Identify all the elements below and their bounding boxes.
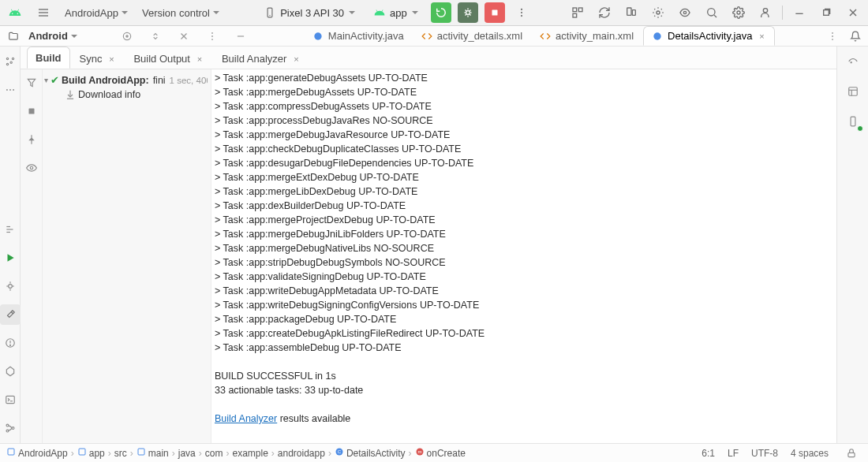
build-analyzer-link[interactable]: Build Analyzer	[215, 413, 277, 424]
stop-button[interactable]	[485, 2, 505, 23]
device-selector[interactable]: Pixel 3 API 30	[258, 5, 361, 21]
svg-rect-78	[138, 449, 144, 455]
close-tab-icon[interactable]: ×	[107, 54, 116, 64]
breadcrumb-segment[interactable]: java	[178, 448, 196, 459]
main-menu-icon[interactable]	[33, 2, 54, 23]
breadcrumb-segment[interactable]: androidapp	[278, 448, 325, 459]
more-actions-icon[interactable]	[511, 2, 532, 23]
filter-icon[interactable]	[21, 73, 42, 93]
run-tool-icon[interactable]	[0, 248, 21, 268]
line-separator[interactable]: LF	[728, 448, 739, 459]
breadcrumb-segment[interactable]: example	[232, 448, 268, 459]
pin-icon[interactable]	[21, 129, 42, 150]
output-line	[215, 397, 836, 412]
app-quality-icon[interactable]	[675, 2, 695, 23]
readonly-lock-icon[interactable]	[841, 443, 862, 463]
notifications-icon[interactable]	[845, 26, 866, 47]
svg-point-24	[683, 11, 686, 13]
caret-position[interactable]: 6:1	[702, 448, 715, 459]
tab-mainactivity[interactable]: MainActivity.java	[305, 27, 412, 45]
expand-collapse-icon[interactable]	[145, 26, 166, 47]
project-tool-button[interactable]	[0, 31, 27, 42]
svg-point-15	[521, 9, 522, 10]
account-icon[interactable]	[755, 2, 776, 23]
stop-build-icon[interactable]	[21, 101, 42, 121]
chevron-down-icon	[349, 11, 355, 14]
show-icon[interactable]	[21, 158, 42, 178]
tab-overflow-icon[interactable]	[822, 26, 843, 47]
build-hammer-icon[interactable]	[0, 304, 21, 325]
svg-rect-69	[28, 109, 34, 114]
close-tab-icon[interactable]: ×	[291, 54, 301, 64]
layout-validation-icon[interactable]	[843, 81, 863, 102]
build-tab-sync[interactable]: Sync×	[72, 48, 125, 69]
breadcrumb-segment[interactable]: AndroidApp	[6, 447, 68, 459]
structure-tool-icon[interactable]	[0, 51, 21, 72]
build-text-tool-icon[interactable]	[0, 219, 21, 240]
debug-tool-icon[interactable]	[0, 276, 21, 296]
folder-icon	[137, 447, 146, 459]
breadcrumb-segment[interactable]: CDetailsActivity	[335, 447, 406, 459]
project-view-selector[interactable]: Android	[27, 30, 85, 42]
minimize-icon[interactable]	[789, 2, 810, 23]
output-line: BUILD SUCCESSFUL in 1s	[215, 369, 836, 383]
svg-rect-74	[848, 88, 857, 96]
more-tool-icon[interactable]	[202, 26, 223, 47]
vcs-tool-icon[interactable]	[0, 418, 21, 438]
run-rerun-button[interactable]	[431, 2, 451, 23]
breadcrumb-segment[interactable]: monCreate	[415, 447, 466, 459]
chevron-down-icon	[71, 35, 77, 38]
gradle-tool-icon[interactable]	[843, 51, 863, 72]
search-icon[interactable]	[702, 2, 722, 23]
android-logo-icon[interactable]	[5, 2, 25, 23]
build-output-console[interactable]: > Task :app:generateDebugAssets UP-TO-DA…	[211, 69, 836, 443]
breadcrumb-segment[interactable]: com	[205, 448, 223, 459]
tab-activity-details-xml[interactable]: activity_details.xml	[413, 27, 530, 45]
app-inspection-icon[interactable]	[0, 361, 21, 382]
profiler-icon[interactable]	[648, 2, 668, 23]
output-line: > Task :app:mergeProjectDexDebug UP-TO-D…	[215, 213, 836, 227]
tab-activity-main-xml[interactable]: activity_main.xml	[532, 27, 642, 45]
build-tab-output[interactable]: Build Output×	[125, 48, 212, 69]
svg-point-46	[6, 58, 8, 59]
sync-gradle-icon[interactable]	[594, 2, 615, 23]
breadcrumb-label: src	[114, 448, 127, 459]
build-tab-analyzer[interactable]: Build Analyzer×	[214, 48, 309, 69]
problems-tool-icon[interactable]	[0, 333, 21, 353]
project-dropdown[interactable]: AndroidApp	[62, 6, 131, 20]
vcs-label: Version control	[142, 7, 210, 19]
debug-button[interactable]	[458, 2, 478, 23]
close-tab-icon[interactable]: ×	[757, 32, 766, 41]
build-tree: ▾ ✔ Build AndroidApp: fini 1 sec, 406 ms…	[43, 69, 211, 443]
file-encoding[interactable]: UTF-8	[751, 448, 778, 459]
close-window-icon[interactable]	[843, 2, 863, 23]
build-tree-child[interactable]: Download info	[43, 88, 208, 102]
vcs-dropdown[interactable]: Version control	[139, 6, 223, 20]
restore-icon[interactable]	[816, 2, 836, 23]
device-label: Pixel 3 API 30	[280, 7, 344, 19]
code-with-me-icon[interactable]	[567, 2, 588, 23]
breadcrumb-segment[interactable]: src	[114, 448, 127, 459]
close-tool-icon[interactable]	[174, 26, 194, 47]
chevron-down-icon: ▾	[44, 76, 48, 84]
build-tree-root[interactable]: ▾ ✔ Build AndroidApp: fini 1 sec, 406 ms	[43, 73, 208, 88]
device-file-explorer-icon[interactable]	[843, 111, 863, 132]
indent-label[interactable]: 4 spaces	[791, 448, 829, 459]
breadcrumb-segment[interactable]: main	[137, 447, 169, 459]
chevron-down-icon	[213, 11, 219, 14]
output-line: > Task :app:stripDebugDebugSymbols NO-SO…	[215, 255, 836, 270]
status-bar-right: 6:1 LF UTF-8 4 spaces	[702, 443, 862, 463]
select-opened-file-icon[interactable]	[117, 26, 137, 47]
tab-detailsactivity[interactable]: DetailsActivity.java ×	[643, 26, 775, 46]
build-tab-label: Build	[36, 52, 62, 64]
close-tab-icon[interactable]: ×	[195, 54, 204, 64]
terminal-tool-icon[interactable]	[0, 389, 21, 410]
breadcrumb-segment[interactable]: app	[77, 447, 105, 459]
build-tab-build[interactable]: Build	[27, 47, 70, 69]
more-tool-icon[interactable]	[0, 80, 21, 100]
settings-icon[interactable]	[728, 2, 749, 23]
project-name-label: AndroidApp	[65, 7, 118, 19]
hide-tool-icon[interactable]	[230, 26, 251, 47]
device-manager-icon[interactable]	[621, 2, 642, 23]
run-config-selector[interactable]: app	[368, 5, 425, 21]
